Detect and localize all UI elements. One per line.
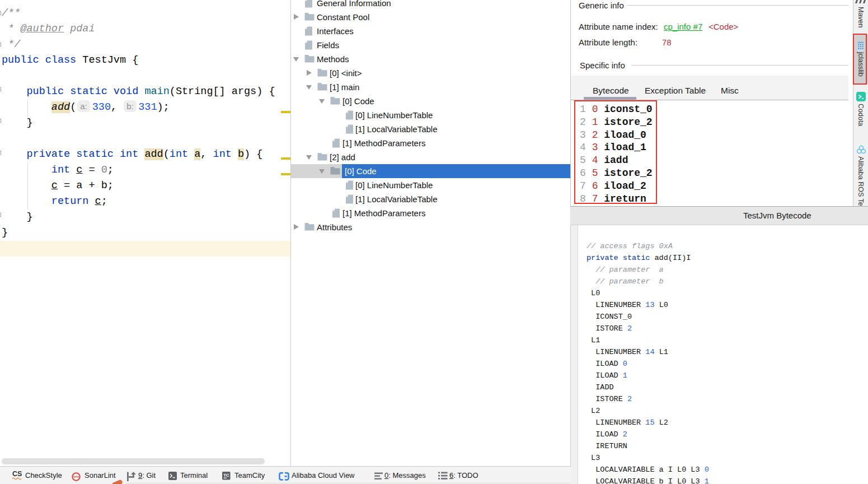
svg-text:TC: TC [223,473,229,478]
